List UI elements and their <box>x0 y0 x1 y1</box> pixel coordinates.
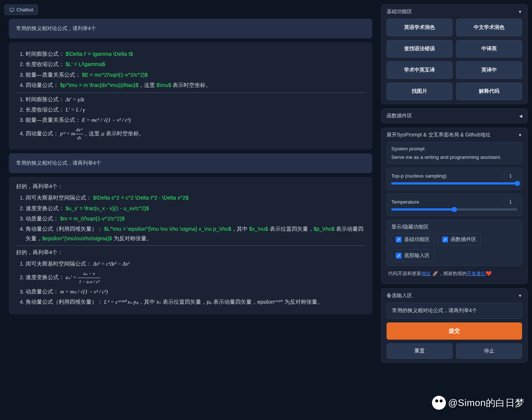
check-icon: ✓ <box>396 237 402 242</box>
topp-box: Top-p (nucleus sampling) 1 <box>387 168 522 190</box>
btn-academic-translate[interactable]: 学术中英互译 <box>387 61 452 79</box>
btn-grammar-check[interactable]: 查找语法错误 <box>387 40 452 58</box>
showhide-label: 显示/隐藏功能区 <box>391 224 517 230</box>
chat-column: Chatbot 常用的狭义相对论公式，请列举4个 时间膨胀公式： $\Delta… <box>4 4 377 420</box>
btn-english-polish[interactable]: 英语学术润色 <box>387 19 452 36</box>
heart-icon: ❤️ <box>486 271 492 276</box>
btn-chinese-polish[interactable]: 中文学术润色 <box>456 19 522 36</box>
bot2-raw-list: 闵可夫斯基时空间隔公式： $\Delta s^2 = c^2 \Delta t^… <box>16 193 365 243</box>
alt-input-header[interactable]: 备选输入区 ▼ <box>387 292 522 299</box>
btn-en-to-cn[interactable]: 英译中 <box>456 61 522 79</box>
alt-input-field[interactable]: 常用的狭义相对论公式，请再列举4个 <box>387 303 522 319</box>
stop-button[interactable]: 停止 <box>456 343 522 359</box>
btn-explain-code[interactable]: 解释代码 <box>456 83 522 100</box>
bot-message-2: 好的，再列举4个： 闵可夫斯基时空间隔公式： $\Delta s^2 = c^2… <box>9 177 372 314</box>
chevron-down-icon: ▼ <box>518 10 522 14</box>
rocket-icon: 🚀 <box>432 271 438 276</box>
bot1-raw-list: 时间膨胀公式： $\Delta t' = \gamma \Delta t$ 长度… <box>16 50 365 90</box>
topp-slider[interactable] <box>391 182 517 185</box>
user-message-1: 常用的狭义相对论公式，请列举4个 <box>9 19 372 39</box>
chk-basic[interactable]: ✓基础功能区 <box>391 233 434 246</box>
basic-functions-panel: 基础功能区 ▼ 英语学术润色 中文学术润色 查找语法错误 中译英 学术中英互译 … <box>381 4 528 104</box>
temp-label: Temperature <box>391 199 419 205</box>
chk-plugin[interactable]: ✓函数插件区 <box>438 233 481 246</box>
temp-value[interactable]: 1 <box>504 198 517 206</box>
temp-box: Temperature 1 <box>387 194 522 216</box>
tab-label: Chatbot <box>16 7 33 12</box>
btn-cn-to-en[interactable]: 中译英 <box>456 40 522 58</box>
svg-rect-0 <box>10 8 14 11</box>
credit-line: 代码开源和更新地址 🚀，感谢热情的开发者们❤️ <box>387 270 522 280</box>
showhide-box: 显示/隐藏功能区 ✓基础功能区 ✓函数插件区 ✓底部输入区 <box>387 220 522 266</box>
basic-functions-header[interactable]: 基础功能区 ▼ <box>387 8 522 15</box>
chevron-down-icon: ▼ <box>518 133 522 137</box>
sidebar: 基础功能区 ▼ 英语学术润色 中文学术润色 查找语法错误 中译英 学术中英互译 … <box>381 4 528 420</box>
sysprompt-label: System prompt <box>391 146 517 151</box>
sysprompt-box: System prompt Serve me as a writing and … <box>387 142 522 164</box>
bot-message-1: 时间膨胀公式： $\Delta t' = \gamma \Delta t$ 长度… <box>9 42 372 150</box>
btn-find-image[interactable]: 找图片 <box>387 83 452 100</box>
chevron-down-icon: ▼ <box>518 293 522 298</box>
check-icon: ✓ <box>396 253 402 259</box>
plugin-panel[interactable]: 函数插件区 ◀ <box>381 109 528 123</box>
sysprompt-header[interactable]: 展开SysPrompt & 交互界面布局 & Github地址 ▼ <box>387 132 522 138</box>
chk-bottom-input[interactable]: ✓底部输入区 <box>391 249 434 262</box>
alt-input-panel: 备选输入区 ▼ 常用的狭义相对论公式，请再列举4个 提交 重置 停止 <box>381 288 528 363</box>
credit-link-devs[interactable]: 开发者们 <box>467 271 486 276</box>
chatbot-tab[interactable]: Chatbot <box>4 4 38 15</box>
chat-icon <box>9 7 14 12</box>
topp-label: Top-p (nucleus sampling) <box>391 173 447 179</box>
topp-value[interactable]: 1 <box>504 172 517 180</box>
chevron-left-icon: ◀ <box>519 114 522 118</box>
temp-slider[interactable] <box>391 208 517 211</box>
sysprompt-text[interactable]: Serve me as a writing and programming as… <box>391 154 517 160</box>
bot1-rendered-list: 时间膨胀公式： Δt' = γΔt 长度收缩公式： L' = L / γ 能量—… <box>16 95 365 142</box>
sysprompt-panel: 展开SysPrompt & 交互界面布局 & Github地址 ▼ System… <box>381 128 528 284</box>
check-icon: ✓ <box>442 237 448 242</box>
user-message-2: 常用的狭义相对论公式，请再列举4个 <box>9 153 372 173</box>
credit-link-repo[interactable]: 地址 <box>421 271 431 276</box>
reset-button[interactable]: 重置 <box>387 343 452 359</box>
bot2-rendered-list: 闵可夫斯基时空间隔公式： Δs² = c²Δt² − Δx² 速度变换公式： u… <box>16 259 365 307</box>
submit-button[interactable]: 提交 <box>387 322 522 340</box>
